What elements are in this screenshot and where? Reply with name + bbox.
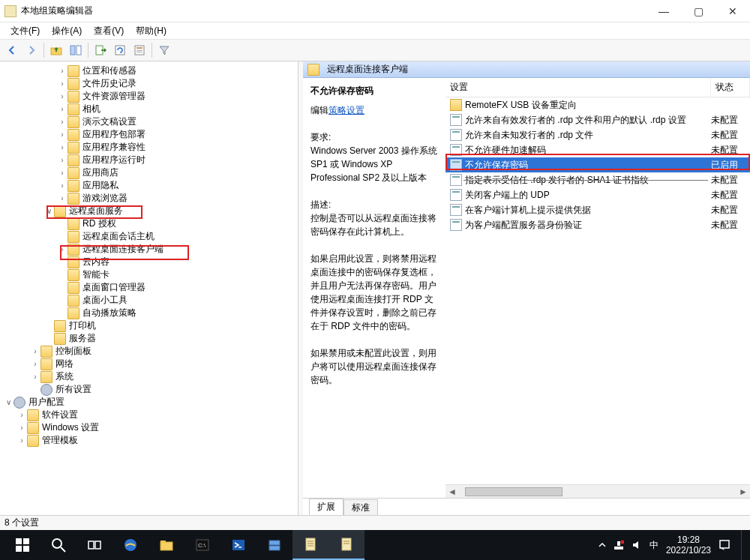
tab-extended[interactable]: 扩展 bbox=[309, 499, 344, 515]
notifications-icon[interactable] bbox=[718, 539, 730, 551]
ime-indicator[interactable]: 中 bbox=[650, 539, 658, 552]
tree-item[interactable]: 打印机 bbox=[0, 319, 298, 332]
tree-item[interactable]: ›控制面板 bbox=[0, 345, 298, 358]
list-row[interactable]: 允许来自未知发行者的 .rdp 文件未配置 bbox=[446, 127, 750, 142]
list-row[interactable]: 关闭客户端上的 UDP未配置 bbox=[446, 187, 750, 202]
tree-item[interactable]: 智能卡 bbox=[0, 268, 298, 281]
tree-twist-icon[interactable]: › bbox=[57, 128, 68, 141]
tree-item[interactable]: ›应用商店 bbox=[0, 166, 298, 179]
tree-item[interactable]: ›应用程序运行时 bbox=[0, 154, 298, 166]
edit-policy-link[interactable]: 策略设置 bbox=[328, 105, 364, 115]
scroll-left-icon[interactable]: ◄ bbox=[446, 485, 459, 499]
taskbar-server-manager[interactable] bbox=[256, 530, 292, 560]
list-row-selected[interactable]: 不允许保存密码已启用 bbox=[446, 157, 750, 172]
tray-chevron-up-icon[interactable] bbox=[598, 541, 606, 549]
tree-item[interactable]: 所有设置 bbox=[0, 383, 298, 396]
tree-item[interactable]: ›相机 bbox=[0, 103, 298, 115]
menu-view[interactable]: 查看(V) bbox=[88, 23, 130, 39]
col-setting-header[interactable]: 设置 bbox=[446, 78, 711, 97]
clock[interactable]: 19:28 2022/10/23 bbox=[666, 535, 711, 556]
filter-button[interactable] bbox=[155, 41, 173, 59]
list-row[interactable]: 不允许硬件加速解码未配置 bbox=[446, 142, 750, 157]
close-button[interactable]: ✕ bbox=[716, 0, 750, 22]
taskbar-powershell[interactable] bbox=[220, 530, 256, 560]
up-button[interactable] bbox=[47, 41, 65, 59]
tree-item[interactable]: ›文件历史记录 bbox=[0, 77, 298, 90]
tree-twist-icon[interactable]: › bbox=[57, 141, 68, 154]
list-row[interactable]: 在客户端计算机上提示提供凭据未配置 bbox=[446, 202, 750, 217]
tree-twist-icon[interactable]: › bbox=[57, 154, 68, 166]
tree-twist-icon[interactable]: › bbox=[57, 243, 68, 256]
settings-list[interactable]: 设置 状态 RemoteFX USB 设备重定向允许来自有效发行者的 .rdp … bbox=[446, 78, 750, 498]
tree-item[interactable]: ›游戏浏览器 bbox=[0, 192, 298, 205]
menu-file[interactable]: 文件(F) bbox=[4, 23, 46, 39]
refresh-button[interactable] bbox=[111, 41, 129, 59]
maximize-button[interactable]: ▢ bbox=[681, 0, 716, 22]
horizontal-scrollbar[interactable]: ◄ ► bbox=[446, 484, 750, 498]
menu-action[interactable]: 操作(A) bbox=[46, 23, 88, 39]
volume-icon[interactable] bbox=[632, 540, 642, 550]
tree-twist-icon[interactable]: › bbox=[16, 409, 27, 421]
tree-twist-icon[interactable]: › bbox=[30, 370, 40, 383]
tree-twist-icon[interactable]: › bbox=[57, 115, 68, 128]
tree-item[interactable]: 桌面小工具 bbox=[0, 294, 298, 307]
taskbar-ie[interactable] bbox=[112, 530, 148, 560]
tree-twist-icon[interactable]: › bbox=[57, 90, 68, 103]
menu-help[interactable]: 帮助(H) bbox=[130, 23, 172, 39]
list-row[interactable]: RemoteFX USB 设备重定向 bbox=[446, 97, 750, 112]
col-state-header[interactable]: 状态 bbox=[711, 78, 750, 97]
tree-item[interactable]: ›应用隐私 bbox=[0, 179, 298, 192]
tree-twist-icon[interactable]: › bbox=[57, 103, 68, 115]
tree-item[interactable]: RD 授权 bbox=[0, 217, 298, 230]
tree-item[interactable]: 桌面窗口管理器 bbox=[0, 281, 298, 294]
export-button[interactable] bbox=[92, 41, 110, 59]
minimize-button[interactable]: — bbox=[646, 0, 681, 22]
tree-item[interactable]: ›软件设置 bbox=[0, 409, 298, 421]
forward-button[interactable] bbox=[22, 41, 40, 59]
show-hide-tree-button[interactable] bbox=[67, 41, 85, 59]
tree-twist-icon[interactable]: › bbox=[57, 77, 68, 90]
taskbar-gpedit[interactable] bbox=[292, 530, 328, 560]
tree-item-rdc-client[interactable]: ›远程桌面连接客户端 bbox=[0, 243, 298, 256]
back-button[interactable] bbox=[3, 41, 21, 59]
list-row[interactable]: 为客户端配置服务器身份验证未配置 bbox=[446, 217, 750, 232]
tree-twist-icon[interactable]: › bbox=[57, 179, 68, 192]
taskbar-explorer[interactable] bbox=[148, 530, 184, 560]
list-row[interactable]: 允许来自有效发行者的 .rdp 文件和用户的默认 .rdp 设置未配置 bbox=[446, 112, 750, 127]
tree-twist-icon[interactable]: › bbox=[57, 166, 68, 179]
tree-item[interactable]: ›网络 bbox=[0, 358, 298, 370]
network-icon[interactable] bbox=[614, 540, 624, 550]
tree-item[interactable]: ›管理模板 bbox=[0, 434, 298, 447]
tree-pane[interactable]: ›位置和传感器›文件历史记录›文件资源管理器›相机›演示文稿设置›应用程序包部署… bbox=[0, 61, 298, 515]
tree-item[interactable]: ›演示文稿设置 bbox=[0, 115, 298, 128]
properties-button[interactable] bbox=[130, 41, 148, 59]
tree-item-user-config[interactable]: ∨用户配置 bbox=[0, 396, 298, 409]
list-row[interactable]: 指定表示受信任 .rdp 发行者的 SHA1 证书指纹未配置 bbox=[446, 172, 750, 187]
start-button[interactable] bbox=[4, 530, 40, 560]
tree-twist-icon[interactable]: › bbox=[57, 192, 68, 205]
tree-twist-icon[interactable]: › bbox=[30, 358, 40, 370]
tree-twist-icon[interactable]: › bbox=[30, 345, 40, 358]
tree-item[interactable]: ›位置和传感器 bbox=[0, 64, 298, 77]
tree-item[interactable]: ›Windows 设置 bbox=[0, 421, 298, 434]
taskbar-cmd[interactable]: C:\ bbox=[184, 530, 220, 560]
tree-item[interactable]: 服务器 bbox=[0, 332, 298, 345]
tree-twist-icon[interactable]: ∨ bbox=[44, 205, 54, 217]
show-desktop-button[interactable] bbox=[741, 530, 746, 560]
taskview-button[interactable] bbox=[76, 530, 112, 560]
scroll-thumb[interactable] bbox=[465, 487, 562, 496]
tree-item[interactable]: 云内容 bbox=[0, 256, 298, 268]
tree-twist-icon[interactable]: › bbox=[57, 64, 68, 77]
tab-standard[interactable]: 标准 bbox=[344, 499, 378, 515]
tree-item[interactable]: ›应用程序包部署 bbox=[0, 128, 298, 141]
tree-item[interactable]: ›文件资源管理器 bbox=[0, 90, 298, 103]
tree-twist-icon[interactable]: › bbox=[16, 434, 27, 447]
tree-item[interactable]: ›应用程序兼容性 bbox=[0, 141, 298, 154]
taskbar-running-2[interactable] bbox=[328, 530, 364, 560]
tree-item-rds[interactable]: ∨远程桌面服务 bbox=[0, 205, 298, 217]
tree-twist-icon[interactable]: ∨ bbox=[3, 396, 14, 409]
scroll-right-icon[interactable]: ► bbox=[736, 485, 750, 499]
tree-item[interactable]: 自动播放策略 bbox=[0, 307, 298, 319]
tree-item[interactable]: 远程桌面会话主机 bbox=[0, 230, 298, 243]
search-button[interactable] bbox=[40, 530, 76, 560]
